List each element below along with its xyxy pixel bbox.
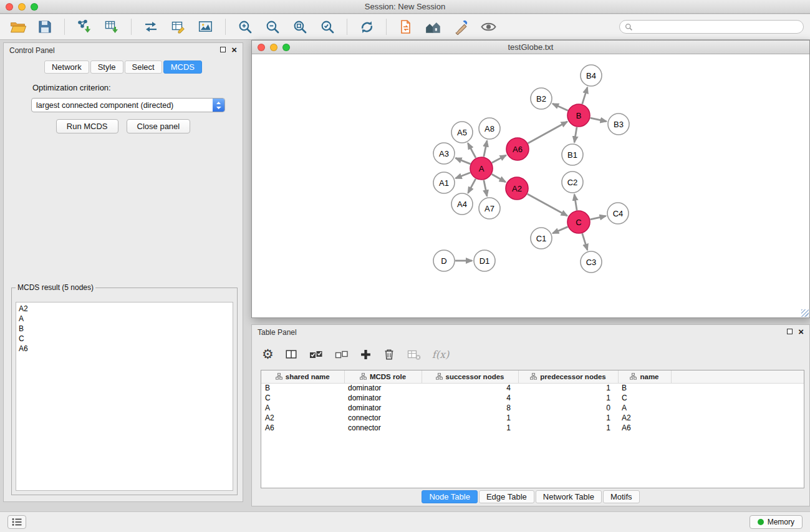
column-header-successor-nodes[interactable]: successor nodes — [422, 370, 518, 383]
tab-network[interactable]: Network — [44, 60, 89, 74]
search-input[interactable] — [636, 22, 798, 31]
function-builder-button[interactable]: f(x) — [432, 346, 449, 363]
graph-node-B2[interactable]: B2 — [531, 88, 552, 109]
graph-edge-B-B3[interactable] — [591, 118, 607, 122]
hometown-button[interactable] — [422, 16, 445, 37]
tab-motifs[interactable]: Motifs — [603, 490, 640, 503]
result-item[interactable]: A6 — [19, 344, 230, 354]
graph-node-A6[interactable]: A6 — [506, 138, 529, 160]
tab-style[interactable]: Style — [90, 60, 123, 74]
result-item[interactable]: A — [19, 314, 230, 324]
graph-node-A4[interactable]: A4 — [451, 193, 473, 215]
minimize-window-button[interactable] — [18, 3, 26, 11]
graph-node-D1[interactable]: D1 — [474, 250, 495, 271]
delete-table-button[interactable] — [407, 346, 422, 363]
zoom-window-button[interactable] — [31, 3, 38, 11]
column-header-shared-name[interactable]: shared name — [261, 370, 344, 383]
show-columns-button[interactable] — [284, 346, 298, 363]
graph-edge-C-C2[interactable] — [574, 195, 577, 210]
import-network-button[interactable] — [73, 16, 95, 37]
graph-node-B4[interactable]: B4 — [581, 65, 602, 86]
graph-node-A5[interactable]: A5 — [451, 122, 473, 143]
graph-edge-A-A4[interactable] — [468, 179, 476, 193]
graph-edge-B-B2[interactable] — [552, 104, 568, 110]
memory-button[interactable]: Memory — [750, 515, 803, 529]
deselect-all-button[interactable] — [334, 346, 349, 363]
graph-node-C4[interactable]: C4 — [607, 203, 629, 224]
tab-network-table[interactable]: Network Table — [536, 490, 602, 503]
search-box[interactable] — [619, 20, 804, 34]
float-panel-icon[interactable] — [220, 47, 226, 52]
close-network-window-button[interactable] — [258, 44, 265, 51]
graph-edge-A-A2[interactable] — [492, 174, 506, 181]
run-mcds-button[interactable]: Run MCDS — [56, 119, 118, 133]
export-image-button[interactable] — [195, 16, 217, 37]
minimize-network-window-button[interactable] — [270, 44, 277, 51]
graph-edge-C-C4[interactable] — [591, 216, 606, 220]
table-row[interactable]: Adominator80A — [261, 403, 804, 413]
criterion-dropdown[interactable]: largest connected component (directed) — [31, 98, 225, 112]
close-window-button[interactable] — [6, 3, 13, 11]
graph-edge-A2-C[interactable] — [528, 194, 567, 216]
tab-edge-table[interactable]: Edge Table — [479, 490, 534, 503]
graph-node-A[interactable]: A — [470, 157, 493, 180]
network-window-titlebar[interactable]: testGlobe.txt — [252, 41, 809, 54]
graph-edge-A-A1[interactable] — [456, 173, 471, 178]
column-header-MCDS-role[interactable]: MCDS role — [344, 370, 422, 383]
select-all-button[interactable] — [309, 346, 324, 363]
zoom-selected-button[interactable] — [316, 16, 339, 37]
file-transfer-button[interactable] — [395, 16, 417, 37]
result-item[interactable]: C — [19, 334, 230, 344]
graph-node-A7[interactable]: A7 — [479, 198, 500, 219]
zoom-network-window-button[interactable] — [282, 44, 290, 51]
zoom-fit-button[interactable] — [289, 16, 311, 37]
refresh-layout-button[interactable] — [355, 16, 378, 37]
titlebar[interactable]: Session: New Session — [0, 0, 810, 14]
close-panel-button[interactable]: Close panel — [127, 119, 191, 133]
graph-edge-A-A8[interactable] — [484, 141, 487, 157]
graph-edge-A-A7[interactable] — [484, 180, 487, 196]
graph-node-B1[interactable]: B1 — [562, 144, 583, 165]
graph-node-A3[interactable]: A3 — [433, 143, 455, 164]
column-header-name[interactable]: name — [618, 370, 671, 383]
add-column-button[interactable] — [360, 346, 372, 363]
delete-column-button[interactable] — [382, 346, 396, 363]
open-session-button[interactable] — [6, 16, 29, 37]
graph-edge-C-C3[interactable] — [582, 233, 587, 250]
import-table-button[interactable] — [100, 16, 123, 37]
column-header-predecessor-nodes[interactable]: predecessor nodes — [518, 370, 618, 383]
result-item[interactable]: B — [19, 324, 230, 334]
tab-select[interactable]: Select — [125, 60, 162, 74]
graph-edge-C-C1[interactable] — [552, 227, 567, 233]
table-settings-button[interactable]: ⚙ — [262, 346, 274, 363]
graph-node-C1[interactable]: C1 — [531, 228, 552, 249]
graph-node-C[interactable]: C — [567, 211, 590, 233]
graph-node-B3[interactable]: B3 — [608, 114, 629, 135]
network-canvas[interactable]: AA1A2A3A4A5A6A7A8BB1B2B3B4CC1C2C3C4DD1 — [252, 54, 809, 317]
graph-node-A1[interactable]: A1 — [433, 172, 455, 193]
graph-edge-A-A6[interactable] — [492, 155, 506, 163]
graph-node-C3[interactable]: C3 — [581, 251, 602, 273]
zoom-out-button[interactable] — [261, 16, 284, 37]
table-row[interactable]: Bdominator41B — [261, 383, 804, 393]
graph-edge-B-B4[interactable] — [582, 87, 587, 104]
graph-edge-B-B1[interactable] — [574, 127, 577, 142]
tab-node-table[interactable]: Node Table — [422, 490, 478, 503]
zoom-in-button[interactable] — [234, 16, 256, 37]
table-row[interactable]: A6connector11A6 — [261, 423, 804, 433]
graph-node-B[interactable]: B — [567, 104, 590, 127]
show-graphics-button[interactable] — [477, 16, 499, 37]
close-table-panel-icon[interactable]: × — [798, 328, 804, 335]
graph-node-C2[interactable]: C2 — [562, 172, 583, 193]
swap-networks-button[interactable] — [140, 16, 162, 37]
task-history-button[interactable] — [7, 515, 26, 529]
float-table-panel-icon[interactable] — [787, 329, 793, 334]
graph-edge-A-A5[interactable] — [468, 143, 476, 158]
graph-node-D[interactable]: D — [433, 250, 455, 271]
graph-edge-A6-B[interactable] — [528, 122, 567, 143]
graph-edge-A-A3[interactable] — [456, 158, 471, 164]
edit-table-button[interactable] — [167, 16, 190, 37]
save-session-button[interactable] — [34, 16, 56, 37]
tab-mcds[interactable]: MCDS — [163, 60, 202, 74]
close-panel-icon[interactable]: × — [231, 46, 237, 53]
